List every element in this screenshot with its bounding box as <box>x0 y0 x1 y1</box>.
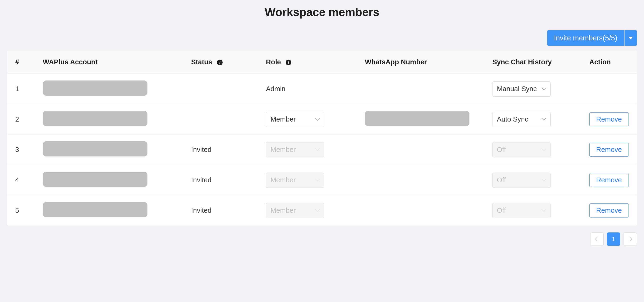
sync-select: Off <box>492 173 550 188</box>
col-header-role: Role i <box>258 51 357 74</box>
row-number: 5 <box>7 195 35 226</box>
sync-cell: Off <box>484 165 581 195</box>
role-select-value: Member <box>270 176 296 184</box>
chevron-down-icon <box>316 118 320 121</box>
redacted-account <box>43 202 148 217</box>
role-label: Role <box>266 58 281 66</box>
chevron-down-icon <box>542 178 546 182</box>
chevron-left-icon <box>595 237 600 241</box>
status-cell <box>183 74 258 104</box>
status-cell <box>183 104 258 135</box>
redacted-account <box>43 141 148 156</box>
whatsapp-cell <box>357 135 484 165</box>
sync-select-value: Manual Sync <box>497 85 537 93</box>
role-select: Member <box>266 142 324 157</box>
action-cell: Remove <box>581 104 637 135</box>
pagination-next[interactable] <box>624 232 637 246</box>
pagination: 1 <box>7 232 637 246</box>
whatsapp-cell <box>357 195 484 226</box>
sync-select[interactable]: Manual Sync <box>492 81 550 97</box>
account-cell <box>35 135 183 165</box>
table-row: 5InvitedMemberOffRemove <box>7 195 637 226</box>
toolbar: Invite members(5/5) <box>7 30 637 46</box>
col-header-whatsapp: WhatsApp Number <box>357 51 484 74</box>
row-number: 3 <box>7 135 35 165</box>
sync-select: Off <box>492 203 550 218</box>
sync-select-value: Off <box>497 146 506 153</box>
chevron-down-icon <box>542 148 546 152</box>
role-select-value: Member <box>270 146 296 153</box>
chevron-down-icon <box>316 209 320 212</box>
role-select[interactable]: Member <box>266 112 324 127</box>
table-row: 2MemberAuto SyncRemove <box>7 104 637 135</box>
chevron-right-icon <box>627 237 632 241</box>
sync-select-value: Auto Sync <box>497 115 528 123</box>
account-cell <box>35 165 183 195</box>
info-icon[interactable]: i <box>217 60 222 65</box>
chevron-down-icon <box>542 118 546 121</box>
status-label: Status <box>191 58 212 66</box>
col-header-status: Status i <box>183 51 258 74</box>
table-row: 1AdminManual Sync <box>7 74 637 104</box>
sync-cell: Manual Sync <box>484 74 581 104</box>
page-title: Workspace members <box>7 6 637 19</box>
col-header-number: # <box>7 51 35 74</box>
account-cell <box>35 74 183 104</box>
role-cell: Admin <box>258 74 357 104</box>
role-select-value: Member <box>270 115 296 123</box>
sync-select: Off <box>492 142 550 157</box>
status-cell: Invited <box>183 195 258 226</box>
sync-cell: Off <box>484 195 581 226</box>
whatsapp-cell <box>357 165 484 195</box>
row-number: 4 <box>7 165 35 195</box>
account-cell <box>35 195 183 226</box>
info-icon[interactable]: i <box>286 60 291 65</box>
remove-button[interactable]: Remove <box>589 173 629 187</box>
invite-members-button[interactable]: Invite members(5/5) <box>547 30 624 46</box>
account-cell <box>35 104 183 135</box>
row-number: 2 <box>7 104 35 135</box>
members-table: # WAPlus Account Status i Role i WhatsAp… <box>7 51 637 226</box>
role-cell: Member <box>258 104 357 135</box>
remove-button[interactable]: Remove <box>589 203 629 217</box>
action-cell: Remove <box>581 135 637 165</box>
pagination-page-1[interactable]: 1 <box>607 232 620 246</box>
action-cell: Remove <box>581 165 637 195</box>
whatsapp-cell <box>357 104 484 135</box>
role-select-value: Member <box>270 207 296 214</box>
col-header-sync: Sync Chat History <box>484 51 581 74</box>
whatsapp-cell <box>357 74 484 104</box>
role-select: Member <box>266 173 324 188</box>
table-row: 4InvitedMemberOffRemove <box>7 165 637 195</box>
action-cell: Remove <box>581 195 637 226</box>
chevron-down-icon <box>542 209 546 212</box>
role-cell: Member <box>258 195 357 226</box>
sync-select[interactable]: Auto Sync <box>492 112 550 127</box>
redacted-account <box>43 172 148 187</box>
role-text: Admin <box>266 85 286 93</box>
remove-button[interactable]: Remove <box>589 143 629 157</box>
col-header-account: WAPlus Account <box>35 51 183 74</box>
pagination-prev[interactable] <box>590 232 604 246</box>
role-cell: Member <box>258 165 357 195</box>
row-number: 1 <box>7 74 35 104</box>
status-cell: Invited <box>183 165 258 195</box>
col-header-action: Action <box>581 51 637 74</box>
sync-select-value: Off <box>497 176 506 184</box>
redacted-whatsapp <box>365 111 470 126</box>
role-cell: Member <box>258 135 357 165</box>
sync-cell: Off <box>484 135 581 165</box>
redacted-account <box>43 80 148 96</box>
chevron-down-icon <box>316 178 320 182</box>
chevron-down-icon <box>316 148 320 152</box>
sync-select-value: Off <box>497 207 506 214</box>
invite-members-dropdown[interactable] <box>624 30 637 46</box>
action-cell <box>581 74 637 104</box>
caret-down-icon <box>628 37 633 39</box>
sync-cell: Auto Sync <box>484 104 581 135</box>
redacted-account <box>43 111 148 126</box>
table-row: 3InvitedMemberOffRemove <box>7 135 637 165</box>
role-select: Member <box>266 203 324 218</box>
chevron-down-icon <box>542 87 546 91</box>
remove-button[interactable]: Remove <box>589 112 629 126</box>
